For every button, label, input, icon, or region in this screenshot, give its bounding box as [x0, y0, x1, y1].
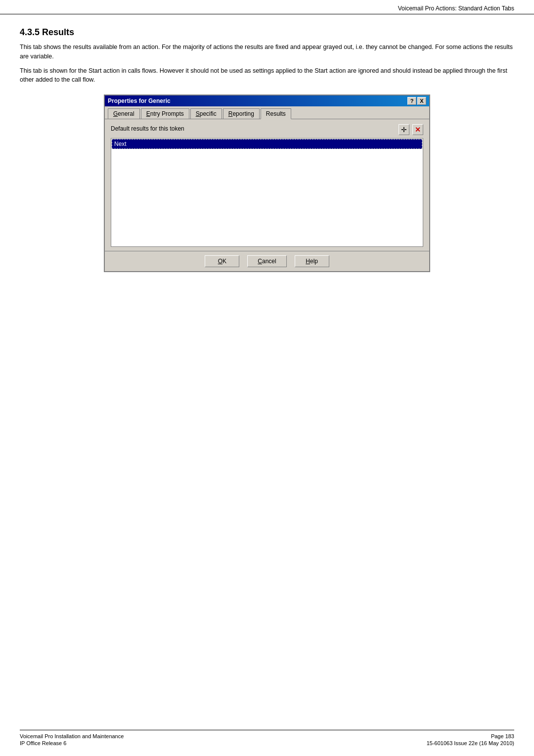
tab-reporting[interactable]: Reporting — [223, 108, 260, 119]
dialog-body: Default results for this token ✛ ✕ — [105, 119, 429, 251]
add-icon: ✛ — [401, 126, 407, 134]
section-label: Default results for this token — [111, 125, 184, 132]
tab-general[interactable]: General — [108, 108, 140, 119]
close-button[interactable]: X — [417, 97, 426, 105]
footer-left: Voicemail Pro Installation and Maintenan… — [20, 733, 124, 746]
content-area: 4.3.5 Results This tab shows the results… — [0, 22, 534, 302]
help-label: Help — [306, 258, 318, 265]
cancel-button[interactable]: Cancel — [247, 255, 286, 267]
tab-specific-label: Specific — [196, 110, 217, 117]
tab-entry-prompts-label: Entry Prompts — [146, 110, 184, 117]
footer-right-line1: Page 183 — [491, 733, 514, 739]
dialog-title: Properties for Generic — [108, 97, 171, 104]
page-header: Voicemail Pro Actions: Standard Action T… — [0, 0, 534, 14]
help-button[interactable]: ? — [407, 97, 416, 105]
tab-bar: General Entry Prompts Specific Reporting… — [105, 106, 429, 119]
list-item-label: Next — [114, 141, 127, 147]
add-result-button[interactable]: ✛ — [399, 124, 409, 135]
dialog: Properties for Generic ? X General Entry… — [104, 94, 430, 272]
page-container: Voicemail Pro Actions: Standard Action T… — [0, 0, 534, 756]
tab-reporting-label: Reporting — [228, 110, 254, 117]
dialog-wrapper: Properties for Generic ? X General Entry… — [104, 94, 430, 272]
results-list: Next — [111, 138, 423, 247]
delete-icon: ✕ — [415, 126, 421, 134]
delete-result-button[interactable]: ✕ — [412, 124, 423, 135]
titlebar-buttons: ? X — [407, 97, 426, 105]
footer-left-line1: Voicemail Pro Installation and Maintenan… — [20, 733, 124, 739]
cancel-label: Cancel — [258, 258, 276, 265]
tab-results-label: Results — [266, 110, 286, 117]
tab-results[interactable]: Results — [261, 108, 291, 119]
footer-right: Page 183 15-601063 Issue 22e (16 May 201… — [427, 733, 514, 746]
page-footer: Voicemail Pro Installation and Maintenan… — [20, 730, 514, 746]
header-title: Voicemail Pro Actions: Standard Action T… — [398, 5, 514, 12]
body-text-2: This tab is shown for the Start action i… — [20, 66, 514, 85]
ok-label: OK — [218, 258, 226, 265]
section-name: Results — [42, 27, 74, 37]
tab-specific[interactable]: Specific — [190, 108, 222, 119]
tab-general-label: General — [113, 110, 134, 117]
tab-entry-prompts[interactable]: Entry Prompts — [141, 108, 189, 119]
dialog-footer: OK Cancel Help — [105, 251, 429, 271]
footer-left-line2: IP Office Release 6 — [20, 740, 124, 746]
results-toolbar: ✛ ✕ — [399, 124, 423, 135]
section-number: 4.3.5 — [20, 27, 40, 37]
body-text-1: This tab shows the results available fro… — [20, 43, 514, 61]
ok-button[interactable]: OK — [205, 255, 239, 267]
list-item[interactable]: Next — [112, 139, 422, 149]
footer-right-line2: 15-601063 Issue 22e (16 May 2010) — [427, 740, 514, 746]
dialog-titlebar: Properties for Generic ? X — [105, 95, 429, 106]
section-title: 4.3.5 Results — [20, 27, 514, 38]
help-dialog-button[interactable]: Help — [295, 255, 329, 267]
